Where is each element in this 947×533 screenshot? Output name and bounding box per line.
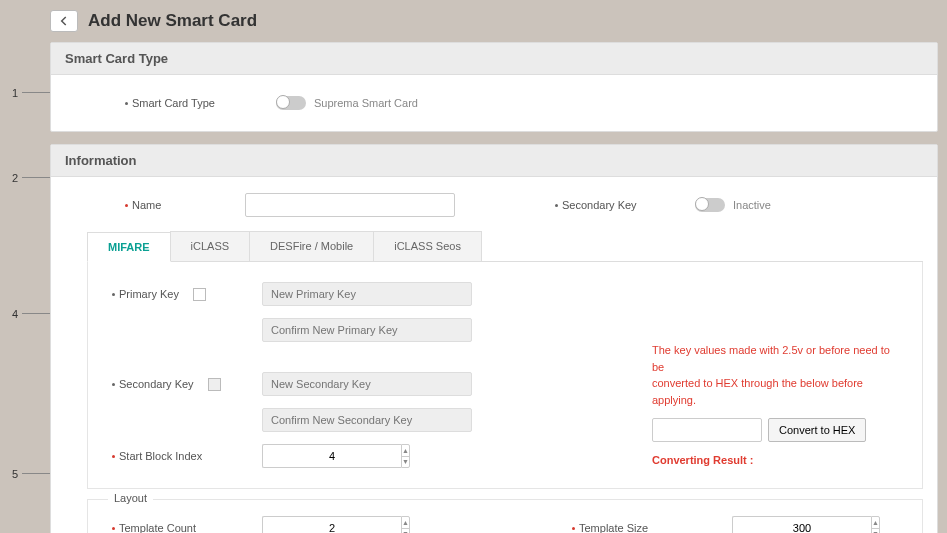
stepper-up-icon[interactable]: ▲ [402, 445, 409, 457]
warn-text: converted to HEX through the below befor… [652, 375, 898, 408]
label-text: Name [132, 199, 161, 211]
confirm-secondary-key-input[interactable] [262, 408, 472, 432]
tab-iclass-seos[interactable]: iCLASS Seos [373, 231, 482, 261]
name-label: Name [125, 199, 245, 211]
arrow-left-icon [57, 14, 71, 28]
secondary-key-checkbox[interactable] [208, 378, 221, 391]
back-button[interactable] [50, 10, 78, 32]
bullet-icon [112, 527, 115, 530]
hex-warning: The key values made with 2.5v or before … [652, 342, 898, 408]
new-secondary-key-input[interactable] [262, 372, 472, 396]
start-block-input[interactable] [262, 444, 401, 468]
label-text: Start Block Index [119, 450, 202, 462]
stepper-down-icon[interactable]: ▼ [402, 457, 409, 468]
bullet-icon [112, 383, 115, 386]
stepper-up-icon[interactable]: ▲ [872, 517, 879, 529]
smart-card-type-toggle[interactable] [276, 96, 306, 110]
confirm-primary-key-input[interactable] [262, 318, 472, 342]
secondary-key-toggle[interactable] [695, 198, 725, 212]
name-input[interactable] [245, 193, 455, 217]
primary-key-label: Primary Key [112, 288, 262, 301]
callout-5: 5 [12, 468, 18, 480]
page-title: Add New Smart Card [88, 11, 257, 31]
stepper-down-icon[interactable]: ▼ [402, 529, 409, 534]
label-text: Template Size [579, 522, 648, 533]
label-text: Primary Key [119, 288, 179, 300]
tab-desfire[interactable]: DESFire / Mobile [249, 231, 374, 261]
layout-title: Layout [108, 492, 153, 504]
secondary-key-label: Secondary Key [555, 199, 695, 211]
tab-iclass[interactable]: iCLASS [170, 231, 251, 261]
template-count-label: Template Count [112, 522, 262, 533]
label-text: Template Count [119, 522, 196, 533]
converting-result-label: Converting Result : [652, 452, 898, 469]
toggle-value: Suprema Smart Card [314, 97, 418, 109]
panel-header: Smart Card Type [51, 43, 937, 75]
callout-4: 4 [12, 308, 18, 320]
warn-text: The key values made with 2.5v or before … [652, 342, 898, 375]
panel-information: Information Name [50, 144, 938, 533]
new-primary-key-input[interactable] [262, 282, 472, 306]
panel-smart-card-type: Smart Card Type Smart Card Type Suprema … [50, 42, 938, 132]
label-text: Secondary Key [119, 378, 194, 390]
bullet-icon [112, 455, 115, 458]
tab-mifare[interactable]: MIFARE [87, 232, 171, 262]
label-text: Secondary Key [562, 199, 637, 211]
start-block-label: Start Block Index [112, 450, 262, 462]
bullet-icon [555, 204, 558, 207]
bullet-icon [125, 204, 128, 207]
bullet-icon [572, 527, 575, 530]
callout-2: 2 [12, 172, 18, 184]
secondary-key-label2: Secondary Key [112, 378, 262, 391]
panel-header: Information [51, 145, 937, 177]
template-count-input[interactable] [262, 516, 401, 533]
callout-1: 1 [12, 87, 18, 99]
template-size-label: Template Size [572, 522, 732, 533]
convert-to-hex-button[interactable]: Convert to HEX [768, 418, 866, 442]
primary-key-checkbox[interactable] [193, 288, 206, 301]
bullet-icon [125, 102, 128, 105]
bullet-icon [112, 293, 115, 296]
toggle-value: Inactive [733, 199, 771, 211]
stepper-up-icon[interactable]: ▲ [402, 517, 409, 529]
template-size-input[interactable] [732, 516, 871, 533]
smart-card-type-label: Smart Card Type [125, 97, 275, 109]
stepper-down-icon[interactable]: ▼ [872, 529, 879, 534]
label-text: Smart Card Type [132, 97, 215, 109]
hex-input[interactable] [652, 418, 762, 442]
